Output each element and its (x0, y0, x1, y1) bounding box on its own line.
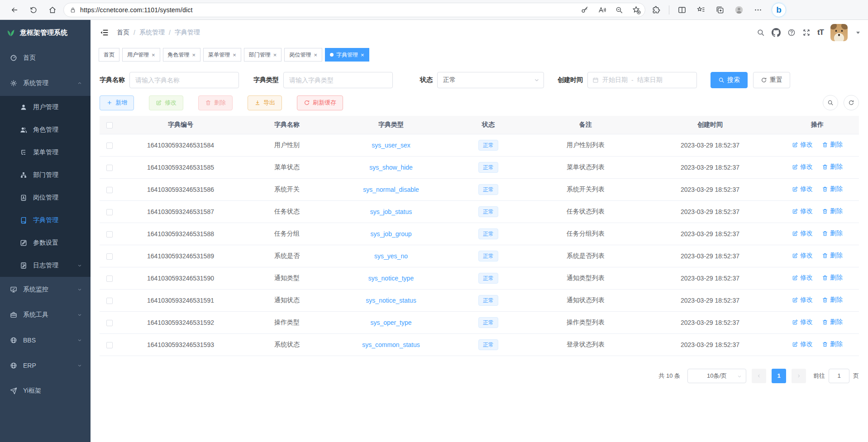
row-delete-button[interactable]: 删除 (822, 207, 843, 215)
row-edit-button[interactable]: 修改 (792, 163, 813, 171)
row-delete-button[interactable]: 删除 (822, 296, 843, 304)
avatar[interactable] (830, 24, 848, 41)
sidebar-item-home[interactable]: 首页 (0, 45, 91, 71)
row-edit-button[interactable]: 修改 (792, 252, 813, 260)
dict-type-link[interactable]: sys_job_group (370, 230, 411, 238)
dict-type-link[interactable]: sys_job_status (370, 208, 412, 215)
delete-button[interactable]: 删除 (198, 95, 233, 110)
sidebar-toggle-button[interactable] (99, 27, 110, 38)
prev-page-button[interactable] (752, 369, 766, 383)
sidebar-item-monitor[interactable]: 系统监控 (0, 277, 91, 302)
sidebar-item-bbs[interactable]: BBS (0, 328, 91, 353)
row-delete-button[interactable]: 删除 (822, 274, 843, 282)
split-screen-button[interactable] (674, 2, 690, 18)
row-checkbox[interactable] (106, 209, 113, 215)
zoom-out-button[interactable] (612, 2, 626, 18)
search-button[interactable]: 搜索 (711, 72, 748, 88)
sidebar-item-menus[interactable]: 菜单管理 (0, 141, 91, 164)
add-button[interactable]: 新增 (100, 95, 134, 110)
fullscreen-button[interactable] (802, 29, 811, 37)
row-checkbox[interactable] (106, 231, 113, 238)
row-checkbox[interactable] (106, 342, 113, 348)
sidebar-item-dictionary[interactable]: 字典管理 (0, 209, 91, 232)
github-button[interactable] (772, 28, 781, 37)
row-checkbox[interactable] (106, 320, 113, 326)
row-edit-button[interactable]: 修改 (792, 318, 813, 326)
dict-type-link[interactable]: sys_normal_disable (363, 186, 419, 193)
read-aloud-button[interactable] (595, 2, 609, 18)
password-button[interactable] (578, 2, 591, 18)
row-edit-button[interactable]: 修改 (792, 274, 813, 282)
goto-page-input[interactable] (829, 369, 849, 383)
sidebar-item-logs[interactable]: 日志管理 (0, 254, 91, 277)
bing-chat-button[interactable]: b (772, 3, 786, 17)
font-size-button[interactable]: tT (817, 28, 824, 37)
row-checkbox[interactable] (106, 187, 113, 193)
browser-refresh-button[interactable] (25, 2, 42, 18)
close-icon[interactable]: × (233, 52, 236, 58)
row-delete-button[interactable]: 删除 (822, 185, 843, 193)
next-page-button[interactable] (792, 369, 806, 383)
help-button[interactable] (787, 29, 796, 37)
dict-type-input[interactable] (283, 72, 393, 88)
tab-dictionary[interactable]: 字典管理× (325, 48, 369, 62)
dict-type-link[interactable]: sys_common_status (362, 341, 420, 348)
favorites-add-button[interactable] (630, 2, 643, 18)
tab-roles[interactable]: 角色管理× (163, 48, 201, 62)
browser-menu-button[interactable] (750, 2, 766, 18)
collections-button[interactable] (693, 2, 709, 18)
export-button[interactable]: 导出 (248, 95, 282, 110)
row-checkbox[interactable] (106, 143, 113, 149)
dict-type-link[interactable]: sys_show_hide (369, 164, 413, 171)
row-edit-button[interactable]: 修改 (792, 141, 813, 149)
dict-type-link[interactable]: sys_notice_status (366, 297, 416, 304)
dict-type-link[interactable]: sys_oper_type (370, 319, 411, 326)
select-all-checkbox[interactable] (106, 122, 113, 128)
sidebar-item-parameters[interactable]: 参数设置 (0, 232, 91, 254)
sidebar-item-system[interactable]: 系统管理 (0, 71, 91, 96)
caret-down-icon[interactable] (856, 32, 860, 34)
row-edit-button[interactable]: 修改 (792, 185, 813, 193)
browser-profile-button[interactable] (731, 2, 747, 18)
close-icon[interactable]: × (152, 52, 155, 58)
row-delete-button[interactable]: 删除 (822, 163, 843, 171)
row-checkbox[interactable] (106, 298, 113, 304)
refresh-cache-button[interactable]: 刷新缓存 (297, 95, 343, 110)
close-icon[interactable]: × (192, 52, 196, 58)
tab-menus[interactable]: 菜单管理× (203, 48, 241, 62)
extensions-button[interactable] (648, 2, 664, 18)
status-select-value[interactable] (437, 72, 544, 88)
sidebar-item-tools[interactable]: 系统工具 (0, 302, 91, 328)
row-edit-button[interactable]: 修改 (792, 340, 813, 348)
row-edit-button[interactable]: 修改 (792, 296, 813, 304)
status-select[interactable] (437, 72, 544, 88)
sidebar-item-erp[interactable]: ERP (0, 353, 91, 378)
row-delete-button[interactable]: 删除 (822, 141, 843, 149)
sidebar-item-users[interactable]: 用户管理 (0, 96, 91, 119)
breadcrumb-item-home[interactable]: 首页 (117, 29, 129, 37)
row-delete-button[interactable]: 删除 (822, 340, 843, 348)
dict-name-input[interactable] (129, 72, 239, 88)
sidebar-item-posts[interactable]: 岗位管理 (0, 186, 91, 209)
dict-type-link[interactable]: sys_yes_no (374, 252, 408, 260)
sidebar-item-yi-framework[interactable]: Yi框架 (0, 378, 91, 404)
sidebar-item-roles[interactable]: 角色管理 (0, 119, 91, 141)
header-search-button[interactable] (757, 29, 765, 37)
reset-button[interactable]: 重置 (753, 72, 790, 88)
url-text[interactable]: https://ccnetcore.com:1101/system/dict (80, 6, 574, 14)
row-checkbox[interactable] (106, 165, 113, 171)
row-edit-button[interactable]: 修改 (792, 207, 813, 215)
close-icon[interactable]: × (314, 52, 317, 58)
row-delete-button[interactable]: 删除 (822, 252, 843, 260)
close-icon[interactable]: × (361, 52, 364, 58)
tab-home[interactable]: 首页 (99, 48, 119, 62)
browser-back-button[interactable] (6, 2, 23, 18)
page-size-select[interactable]: 10条/页 (687, 369, 746, 383)
browser-home-button[interactable] (44, 2, 61, 18)
row-delete-button[interactable]: 删除 (822, 318, 843, 326)
row-edit-button[interactable]: 修改 (792, 229, 813, 238)
row-checkbox[interactable] (106, 253, 113, 260)
dict-type-link[interactable]: sys_notice_type (368, 275, 414, 282)
page-number-button[interactable]: 1 (772, 369, 786, 383)
tab-departments[interactable]: 部门管理× (244, 48, 282, 62)
